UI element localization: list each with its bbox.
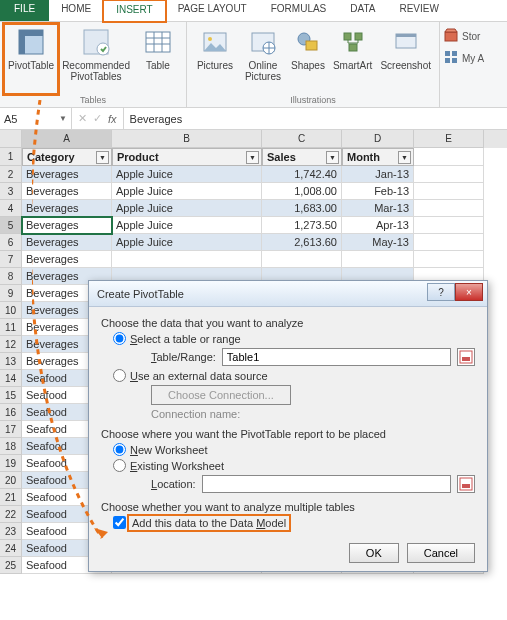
existing-worksheet-radio[interactable]: Existing Worksheet: [113, 459, 224, 472]
row-header[interactable]: 19: [0, 455, 22, 472]
row-header[interactable]: 15: [0, 387, 22, 404]
filter-sales[interactable]: Sales▼: [262, 148, 342, 166]
cell-month[interactable]: [342, 251, 414, 268]
cancel-formula-icon[interactable]: ✕: [78, 112, 87, 125]
cell-sales[interactable]: 2,613.60: [262, 234, 342, 251]
row-header[interactable]: 10: [0, 302, 22, 319]
ok-button[interactable]: OK: [349, 543, 399, 563]
formula-input[interactable]: Beverages: [124, 108, 507, 129]
cancel-button[interactable]: Cancel: [407, 543, 475, 563]
row-header[interactable]: 17: [0, 421, 22, 438]
row-header[interactable]: 22: [0, 506, 22, 523]
tab-home[interactable]: HOME: [49, 0, 103, 21]
data-model-checkbox[interactable]: Add this data to the Data Model: [113, 516, 288, 529]
row-header[interactable]: 14: [0, 370, 22, 387]
name-box[interactable]: A5 ▼: [0, 108, 72, 129]
filter-product[interactable]: Product▼: [112, 148, 262, 166]
row-header[interactable]: 7: [0, 251, 22, 268]
row-header[interactable]: 25: [0, 557, 22, 574]
pivot-table-button[interactable]: PivotTable: [4, 24, 58, 94]
cell-sales[interactable]: 1,273.50: [262, 217, 342, 234]
cell-category[interactable]: Beverages: [22, 166, 112, 183]
row-header[interactable]: 9: [0, 285, 22, 302]
filter-month[interactable]: Month▼: [342, 148, 414, 166]
cell-category[interactable]: Beverages: [22, 234, 112, 251]
cell-month[interactable]: Jan-13: [342, 166, 414, 183]
cell-category[interactable]: Beverages: [22, 251, 112, 268]
col-header-c[interactable]: C: [262, 130, 342, 148]
row-header[interactable]: 20: [0, 472, 22, 489]
store-button[interactable]: Stor: [444, 28, 503, 44]
new-worksheet-radio[interactable]: New Worksheet: [113, 443, 207, 456]
tab-file[interactable]: FILE: [0, 0, 49, 21]
chevron-down-icon[interactable]: ▼: [59, 114, 67, 123]
row-header[interactable]: 24: [0, 540, 22, 557]
filter-dropdown-icon[interactable]: ▼: [96, 151, 109, 164]
cell-empty[interactable]: [414, 166, 484, 183]
cell-empty[interactable]: [414, 200, 484, 217]
dialog-help-button[interactable]: ?: [427, 283, 455, 301]
filter-dropdown-icon[interactable]: ▼: [398, 151, 411, 164]
cell-category[interactable]: Beverages: [22, 200, 112, 217]
row-header[interactable]: 2: [0, 166, 22, 183]
cell-product[interactable]: Apple Juice: [112, 166, 262, 183]
cell-product[interactable]: Apple Juice: [112, 217, 262, 234]
cell-category[interactable]: Beverages: [22, 217, 112, 234]
cell-sales[interactable]: 1,742.40: [262, 166, 342, 183]
row-header[interactable]: 8: [0, 268, 22, 285]
online-pictures-button[interactable]: Online Pictures: [239, 24, 287, 94]
row-header[interactable]: 4: [0, 200, 22, 217]
col-header-d[interactable]: D: [342, 130, 414, 148]
tab-review[interactable]: REVIEW: [387, 0, 450, 21]
table-button[interactable]: Table: [134, 24, 182, 94]
external-source-radio[interactable]: Use an external data source: [113, 369, 268, 382]
row-header[interactable]: 23: [0, 523, 22, 540]
row-header[interactable]: 12: [0, 336, 22, 353]
col-header-e[interactable]: E: [414, 130, 484, 148]
row-header[interactable]: 11: [0, 319, 22, 336]
row-header[interactable]: 21: [0, 489, 22, 506]
tab-insert[interactable]: INSERT: [103, 0, 166, 22]
cell-month[interactable]: May-13: [342, 234, 414, 251]
cell-empty[interactable]: [414, 183, 484, 200]
row-header[interactable]: 13: [0, 353, 22, 370]
row-header[interactable]: 3: [0, 183, 22, 200]
collapse-dialog-icon[interactable]: [457, 348, 475, 366]
filter-dropdown-icon[interactable]: ▼: [326, 151, 339, 164]
filter-category[interactable]: Category▼: [22, 148, 112, 166]
filter-dropdown-icon[interactable]: ▼: [246, 151, 259, 164]
select-all-corner[interactable]: [0, 130, 22, 148]
table-range-input[interactable]: [222, 348, 451, 366]
col-header-a[interactable]: A: [22, 130, 112, 148]
recommended-pivot-button[interactable]: Recommended PivotTables: [58, 24, 134, 94]
pictures-button[interactable]: Pictures: [191, 24, 239, 94]
my-apps-button[interactable]: My A: [444, 50, 503, 66]
cell-e1[interactable]: [414, 148, 484, 166]
cell-product[interactable]: Apple Juice: [112, 234, 262, 251]
cell-product[interactable]: Apple Juice: [112, 200, 262, 217]
tab-page-layout[interactable]: PAGE LAYOUT: [166, 0, 259, 21]
cell-month[interactable]: Mar-13: [342, 200, 414, 217]
select-table-radio[interactable]: Select a table or range: [113, 332, 241, 345]
row-header[interactable]: 5: [0, 217, 22, 234]
enter-formula-icon[interactable]: ✓: [93, 112, 102, 125]
cell-empty[interactable]: [414, 251, 484, 268]
col-header-b[interactable]: B: [112, 130, 262, 148]
location-input[interactable]: [202, 475, 451, 493]
tab-data[interactable]: DATA: [338, 0, 387, 21]
cell-sales[interactable]: 1,683.00: [262, 200, 342, 217]
smartart-button[interactable]: SmartArt: [329, 24, 376, 94]
row-header[interactable]: 16: [0, 404, 22, 421]
row-header[interactable]: 6: [0, 234, 22, 251]
cell-sales[interactable]: 1,008.00: [262, 183, 342, 200]
row-header[interactable]: 18: [0, 438, 22, 455]
screenshot-button[interactable]: Screenshot: [376, 24, 435, 94]
collapse-dialog-icon[interactable]: [457, 475, 475, 493]
cell-month[interactable]: Feb-13: [342, 183, 414, 200]
cell-category[interactable]: Beverages: [22, 183, 112, 200]
cell-empty[interactable]: [414, 217, 484, 234]
cell-empty[interactable]: [414, 234, 484, 251]
cell-sales[interactable]: [262, 251, 342, 268]
shapes-button[interactable]: Shapes: [287, 24, 329, 94]
dialog-close-button[interactable]: ×: [455, 283, 483, 301]
